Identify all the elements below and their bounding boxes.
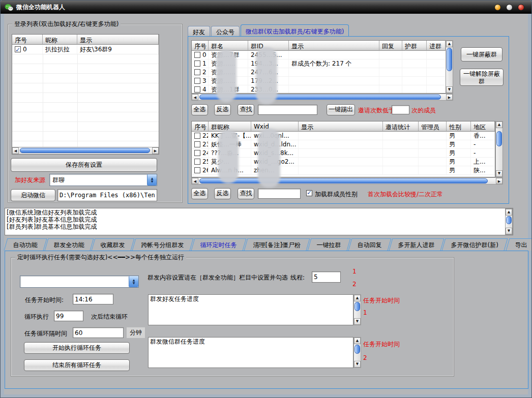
minimize-button-icon[interactable] (494, 4, 501, 11)
scroll-up-icon[interactable]: ▲ (354, 295, 361, 301)
wechat-app-icon (5, 4, 13, 11)
member-row-checkbox[interactable] (194, 159, 200, 165)
login-table-body: 0 扒拉扒拉 好友\36群9 (12, 45, 159, 54)
scroll-up-icon[interactable]: ▲ (496, 121, 503, 128)
close-button-icon[interactable] (518, 4, 524, 11)
member-row-checkbox[interactable] (194, 141, 200, 147)
wechat-path-input[interactable] (57, 189, 157, 201)
task-combobox[interactable]: ▲▼ (20, 275, 139, 288)
bottom-tab[interactable]: 导出 (506, 238, 532, 251)
thread-count-input[interactable] (312, 271, 341, 283)
scroll-right-icon[interactable]: ▶ (496, 178, 503, 184)
group-table-vscrollbar[interactable]: ▲ ▼ (446, 40, 453, 94)
vscroll-thumb[interactable] (506, 216, 512, 224)
load-gender-checkbox[interactable] (306, 190, 312, 196)
privacy-blur (256, 47, 277, 104)
bottom-tab[interactable]: 自动功能 (4, 238, 47, 251)
group-find-button[interactable]: 查找 (238, 104, 254, 115)
scroll-right-icon[interactable]: ▶ (152, 147, 159, 154)
log-box[interactable]: [微信系统]微信好友列表加载完成[好友列表]好友基本信息加载完成[群员列表]群员… (5, 208, 513, 235)
start-loop-task-button[interactable]: 开始执行循环任务 (24, 342, 130, 354)
group-row-checkbox[interactable] (194, 60, 200, 67)
thread-label: 线程: (290, 273, 305, 282)
friend-progress-textarea[interactable]: 群发好友任务进度 (148, 294, 353, 325)
window-title: 微信全功能机器人 (16, 3, 65, 12)
scroll-up-icon[interactable]: ▲ (506, 209, 512, 216)
title-bar[interactable]: 微信全功能机器人 (1, 1, 531, 14)
bottom-tab[interactable]: 收藏群发 (92, 238, 135, 251)
member-search-input[interactable] (258, 189, 301, 199)
scroll-up-icon[interactable]: ▲ (446, 41, 453, 47)
member-select-all-button[interactable]: 全选 (191, 188, 208, 199)
scroll-left-icon[interactable]: ◀ (192, 178, 198, 184)
block-group-button[interactable]: 一键屏蔽群 (461, 47, 503, 62)
scroll-down-icon[interactable]: ▼ (446, 86, 453, 93)
hscroll-thumb[interactable] (199, 178, 488, 183)
scroll-down-icon[interactable]: ▼ (354, 361, 361, 368)
vscroll-thumb[interactable] (354, 302, 360, 311)
group-row-checkbox[interactable] (194, 52, 200, 58)
unblock-group-button[interactable]: 一键解除屏蔽群 (460, 69, 504, 86)
bottom-tab[interactable]: 多开微信护群(新) (442, 238, 508, 251)
bottom-tab[interactable]: 循环定时任务 (191, 238, 247, 251)
bottom-tab[interactable]: 清理[备注]僵尸粉 (244, 238, 310, 251)
top-tab[interactable]: 微信群(双击加载群员/右键更多功能) (241, 24, 349, 36)
member-find-button[interactable]: 查找 (238, 188, 254, 199)
group-row-checkbox[interactable] (194, 69, 200, 75)
friend-progress-vscrollbar[interactable]: ▲ ▼ (353, 294, 361, 325)
scroll-down-icon[interactable]: ▼ (496, 170, 503, 177)
bottom-tab[interactable]: 群发全功能 (45, 238, 94, 251)
interval-input[interactable] (73, 327, 124, 338)
top-tab[interactable]: 好友 (188, 26, 210, 36)
save-all-settings-button[interactable]: 保存所有设置 (11, 158, 157, 172)
vscroll-thumb[interactable] (447, 48, 452, 71)
login-hscrollbar[interactable]: ◀ ▶ (12, 147, 159, 154)
note-2-number: 2 (363, 354, 367, 361)
privacy-blur (218, 130, 239, 183)
member-table-hscrollbar[interactable]: ◀ ▶ (191, 177, 503, 185)
combo-spinner-icon[interactable]: ▲▼ (147, 174, 157, 186)
login-col-nickname: 昵称 (43, 35, 77, 45)
member-table-vscrollbar[interactable]: ▲ ▼ (495, 121, 503, 177)
group-search-input[interactable] (258, 105, 317, 115)
login-table-row[interactable]: 0 扒拉扒拉 好友\36群9 (12, 45, 159, 54)
bottom-tab[interactable]: 自动回复 (348, 238, 392, 251)
scroll-down-icon[interactable]: ▼ (506, 228, 512, 234)
hscroll-thumb[interactable] (20, 148, 150, 153)
scroll-left-icon[interactable]: ◀ (192, 94, 198, 100)
top-tab[interactable]: 公众号 (211, 26, 240, 36)
top-tab-bar: 好友 公众号 微信群(双击加载群员/右键更多功能) (188, 24, 349, 36)
login-row-checkbox[interactable] (15, 46, 21, 52)
group-select-all-button[interactable]: 全选 (191, 104, 208, 115)
member-row-checkbox[interactable] (194, 150, 200, 156)
maximize-button-icon[interactable] (506, 4, 513, 11)
group-row-checkbox[interactable] (194, 86, 200, 93)
kick-count-input[interactable] (392, 105, 409, 114)
login-table-header: 序号 昵称 显示 (12, 35, 159, 45)
start-time-input[interactable] (73, 294, 113, 304)
vscroll-thumb[interactable] (496, 131, 502, 146)
stop-loop-task-button[interactable]: 结束所有循环任务 (24, 359, 130, 371)
scroll-right-icon[interactable]: ▶ (446, 94, 453, 100)
bottom-tab[interactable]: 一键拉群 (308, 238, 351, 251)
member-row-checkbox[interactable] (194, 167, 200, 173)
bottom-tab[interactable]: 多开新人进群 (389, 238, 445, 251)
loop-count-input[interactable] (54, 311, 83, 321)
scroll-down-icon[interactable]: ▼ (354, 318, 361, 325)
combo-spinner-icon[interactable]: ▲▼ (129, 276, 138, 287)
group-row-checkbox[interactable] (194, 78, 200, 84)
group-progress-vscrollbar[interactable]: ▲ ▼ (353, 337, 361, 368)
vscroll-thumb[interactable] (354, 345, 360, 354)
bottom-tab[interactable]: 跨帐号分组群发 (132, 238, 194, 251)
scroll-up-icon[interactable]: ▲ (354, 338, 361, 344)
group-invert-select-button[interactable]: 反选 (214, 104, 231, 115)
group-progress-textarea[interactable]: 群发微信群任务进度 (148, 337, 353, 368)
member-invert-select-button[interactable]: 反选 (214, 188, 231, 199)
friend-source-combobox[interactable]: 群聊 ▲▼ (49, 174, 157, 186)
kick-out-button[interactable]: 一键踢出 (327, 104, 355, 115)
launch-wechat-button[interactable]: 启动微信 (11, 189, 55, 201)
scroll-left-icon[interactable]: ◀ (12, 147, 19, 154)
log-vscrollbar[interactable]: ▲ ▼ (505, 208, 513, 235)
member-row-checkbox[interactable] (194, 133, 200, 139)
login-table[interactable]: 序号 昵称 显示 0 扒拉扒拉 好友\36群9 ◀ ▶ (12, 34, 159, 155)
